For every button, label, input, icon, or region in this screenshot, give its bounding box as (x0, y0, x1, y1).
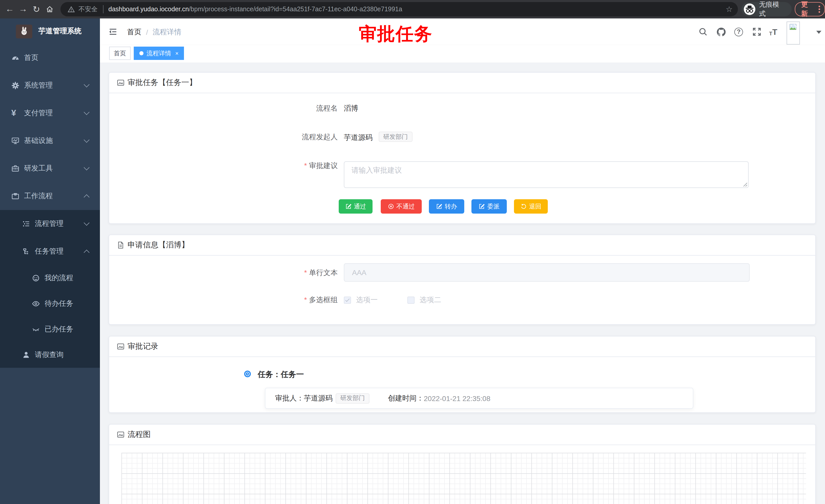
avatar[interactable] (786, 21, 800, 45)
app-title: 芋道管理系统 (39, 27, 81, 36)
dept-tag: 研发部门 (379, 132, 412, 142)
broken-image-icon (789, 23, 797, 31)
checkbox-label: 选项一 (356, 296, 378, 305)
reject-button[interactable]: 不通过 (381, 199, 422, 214)
initiator-value: 芋道源码 研发部门 (344, 133, 412, 143)
bookmark-star-icon[interactable]: ☆ (726, 5, 733, 14)
single-line-text-input[interactable] (344, 263, 750, 282)
card-title: 审批任务【任务一】 (128, 78, 197, 88)
sidebar-item-label: 系统管理 (24, 81, 53, 90)
sidebar-item-devtools[interactable]: 研发工具 (0, 155, 100, 182)
card-title: 流程图 (128, 430, 151, 439)
sidebar-item-done-tasks[interactable]: 已办任务 (0, 317, 100, 342)
approve-button[interactable]: 通过 (339, 199, 373, 214)
monitor-icon (11, 137, 19, 145)
security-label[interactable]: 不安全 (78, 5, 98, 14)
chevron-down-icon (84, 137, 90, 143)
suggestion-textarea[interactable] (344, 161, 749, 188)
font-size-icon[interactable]: TT (769, 28, 777, 36)
record-item: 审批人： 芋道源码 研发部门 创建时间： 2022-01-21 22:35:08 (265, 388, 693, 409)
sidebar-item-task-mgmt[interactable]: 任务管理 (0, 238, 100, 265)
sidebar-item-label: 请假查询 (35, 350, 64, 359)
breadcrumb-current: 流程详情 (153, 28, 181, 37)
picture-icon (117, 79, 125, 87)
sidebar-item-payment[interactable]: ¥ 支付管理 (0, 99, 100, 127)
briefcase-icon (11, 192, 19, 200)
delegate-button[interactable]: 委派 (471, 199, 507, 214)
sidebar-item-label: 待办任务 (45, 299, 73, 308)
eye-closed-icon (32, 325, 40, 333)
home-icon[interactable] (43, 5, 56, 13)
reload-icon[interactable]: ↻ (30, 4, 43, 15)
fullscreen-icon[interactable] (752, 27, 761, 36)
transfer-button[interactable]: 转办 (429, 199, 464, 214)
caret-down-icon[interactable] (816, 31, 821, 34)
sidebar-item-label: 我的流程 (45, 273, 73, 283)
close-icon[interactable]: × (175, 50, 178, 56)
approver-label: 审批人： (275, 394, 304, 403)
task-title: 任务：任务一 (258, 370, 304, 380)
card-title: 申请信息【滔博】 (128, 240, 189, 250)
chevron-down-icon (84, 109, 90, 115)
edit-icon (436, 203, 442, 209)
sidebar-item-system[interactable]: 系统管理 (0, 72, 100, 99)
timeline-clock-icon (244, 370, 251, 377)
flow-diagram-card: 流程图 (108, 424, 816, 504)
sidebar-item-todo-tasks[interactable]: 待办任务 (0, 291, 100, 317)
breadcrumb-home[interactable]: 首页 (127, 28, 141, 37)
incognito-label: 无痕模式 (759, 0, 785, 18)
sidebar-item-label: 研发工具 (24, 164, 53, 173)
return-button[interactable]: 退回 (514, 199, 548, 214)
face-icon (32, 274, 40, 282)
undo-icon (520, 203, 527, 209)
dept-tag: 研发部门 (335, 393, 369, 403)
checkbox-option2[interactable] (407, 297, 415, 304)
sidebar-item-home[interactable]: 首页 (0, 44, 100, 72)
approval-records-card: 审批记录 任务：任务一 审批人： 芋道源码 研发部门 创建时间： 2022-01… (108, 336, 816, 413)
url-text[interactable]: dashboard.yudao.iocoder.cn/bpm/process-i… (108, 6, 402, 13)
tab-process-detail[interactable]: 流程详情 × (134, 47, 184, 60)
tab-home[interactable]: 首页 (109, 47, 131, 60)
chevron-up-icon (84, 194, 90, 200)
sidebar-item-workflow[interactable]: 工作流程 (0, 182, 100, 210)
card-header: 审批记录 (109, 337, 815, 357)
sidebar-item-infra[interactable]: 基础设施 (0, 127, 100, 155)
update-button[interactable]: 更新 (795, 2, 825, 16)
approve-task-card: 审批任务【任务一】 流程名 滔博 流程发起人 芋道源码 研发部门 *审批建议 通… (108, 72, 816, 224)
back-icon[interactable]: ← (3, 4, 16, 14)
annotation-text: 审批任务 (359, 22, 433, 46)
sidebar-item-my-process[interactable]: 我的流程 (0, 265, 100, 291)
card-header: 申请信息【滔博】 (109, 235, 815, 256)
tab-label: 流程详情 (147, 49, 171, 58)
picture-icon (117, 431, 125, 438)
sidebar-item-label: 首页 (24, 53, 39, 63)
sidebar-item-leave-query[interactable]: 请假查询 (0, 342, 100, 368)
circle-close-icon (388, 203, 394, 209)
card-body (109, 453, 815, 504)
action-buttons: 通过 不通过 转办 委派 (339, 199, 548, 214)
search-icon[interactable] (698, 27, 708, 36)
bpmn-canvas[interactable] (122, 453, 806, 504)
checkbox-option1[interactable] (344, 297, 351, 304)
created-label: 创建时间： (388, 394, 424, 403)
sidebar-item-process-mgmt[interactable]: 流程管理 (0, 210, 100, 238)
initiator-label: 流程发起人 (109, 133, 338, 141)
address-bar[interactable]: 不安全 dashboard.yudao.iocoder.cn/bpm/proce… (61, 2, 738, 16)
hamburger-icon[interactable] (108, 28, 117, 36)
active-dot (139, 51, 144, 55)
process-name-label: 流程名 (109, 104, 338, 112)
warning-icon (68, 6, 75, 13)
yen-icon: ¥ (11, 109, 19, 117)
sidebar-item-label: 已办任务 (45, 325, 73, 334)
logo-image (16, 24, 32, 38)
help-icon[interactable]: ? (734, 28, 743, 36)
document-icon (117, 241, 125, 249)
github-icon[interactable] (717, 27, 726, 37)
menu-dots-icon[interactable] (818, 5, 820, 13)
forward-icon[interactable]: → (16, 4, 30, 14)
breadcrumb: 首页 / 流程详情 (127, 28, 181, 37)
sidebar-item-label: 流程管理 (35, 219, 64, 229)
card-header: 流程图 (109, 425, 815, 445)
application-info-card: 申请信息【滔博】 *单行文本 *多选框组 选项一 选项二 (108, 235, 816, 325)
suggestion-label: *审批建议 (109, 161, 338, 170)
